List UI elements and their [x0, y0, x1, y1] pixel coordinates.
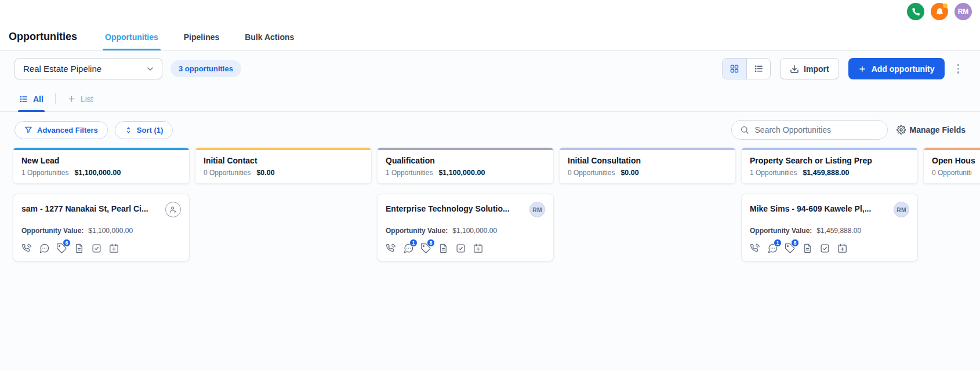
- user-avatar[interactable]: RM: [954, 3, 972, 20]
- sort-label: Sort (1): [137, 126, 164, 134]
- task-check-icon[interactable]: [819, 243, 830, 254]
- column-accent-bar: [924, 148, 980, 150]
- assignee-avatar[interactable]: RM: [529, 202, 545, 217]
- opportunity-value-label: Opportunity Value:: [386, 227, 448, 235]
- message-icon[interactable]: 1: [403, 243, 414, 254]
- grid-view-button[interactable]: [723, 59, 746, 79]
- search-opportunities-input[interactable]: [755, 125, 880, 134]
- column-header: Property Search or Listing Prep 1 Opport…: [741, 147, 918, 184]
- unassigned-user-icon[interactable]: [165, 202, 181, 217]
- column-initial-contact: Initial Contact 0 Opportunities $0.00: [195, 147, 372, 184]
- column-count: 1 Opportunities: [750, 169, 797, 177]
- column-amount: $1,459,888.00: [803, 169, 849, 177]
- plus-icon: [858, 65, 866, 73]
- column-header: Qualification 1 Opportunities $1,100,000…: [377, 147, 554, 184]
- column-open-house: Open Hous 0 Opportuniti: [923, 147, 980, 184]
- topbar: RM: [0, 0, 980, 23]
- document-icon[interactable]: [438, 243, 449, 254]
- calendar-add-icon[interactable]: [837, 243, 848, 254]
- page-title: Opportunities: [9, 31, 77, 43]
- document-icon[interactable]: [74, 243, 85, 254]
- opportunity-card[interactable]: Enterprise Technology Solutio... RM Oppo…: [377, 194, 554, 261]
- list-icon: [754, 64, 764, 74]
- more-options-button[interactable]: [954, 61, 963, 77]
- phone-icon: [912, 8, 920, 16]
- opportunity-card[interactable]: Mike Sims - 94-609 Kawele Pl,... RM Oppo…: [741, 194, 918, 261]
- search-icon: [740, 125, 749, 134]
- opportunity-value-amount: $1,459,888.00: [816, 227, 861, 235]
- add-list-label: List: [81, 94, 93, 104]
- assignee-avatar[interactable]: RM: [894, 202, 909, 217]
- main-tabs: Opportunities Pipelines Bulk Actions: [105, 23, 294, 50]
- column-title: Qualification: [386, 156, 545, 165]
- add-opportunity-button[interactable]: Add opportunity: [848, 58, 945, 79]
- opportunities-count-badge[interactable]: 3 opportunities: [170, 60, 241, 77]
- column-accent-bar: [560, 148, 735, 150]
- divider: [55, 93, 56, 104]
- column-header: Initial Contact 0 Opportunities $0.00: [195, 147, 372, 184]
- manage-fields-button[interactable]: Manage Fields: [896, 125, 966, 134]
- tag-icon[interactable]: 8: [420, 243, 431, 254]
- calendar-add-icon[interactable]: [473, 243, 484, 254]
- column-initial-consultation: Initial Consultation 0 Opportunities $0.…: [559, 147, 736, 184]
- column-new-lead: New Lead 1 Opportunities $1,100,000.00 s…: [13, 147, 190, 261]
- call-icon[interactable]: [21, 243, 32, 254]
- notifications-button[interactable]: [931, 3, 948, 20]
- message-count-badge: 1: [774, 239, 782, 247]
- column-title: New Lead: [21, 156, 181, 165]
- column-title: Initial Consultation: [568, 156, 727, 165]
- tag-icon[interactable]: 8: [785, 243, 796, 254]
- column-title: Property Search or Listing Prep: [750, 156, 909, 165]
- tab-pipelines[interactable]: Pipelines: [184, 23, 219, 50]
- document-icon[interactable]: [802, 243, 813, 254]
- view-toggle: [722, 58, 771, 79]
- pipeline-select[interactable]: Real Estate Pipeline: [14, 58, 162, 79]
- page-header: Opportunities Opportunities Pipelines Bu…: [0, 23, 980, 51]
- opportunity-value-label: Opportunity Value:: [21, 227, 84, 235]
- message-icon[interactable]: [39, 243, 50, 254]
- call-icon[interactable]: [750, 243, 761, 254]
- task-check-icon[interactable]: [455, 243, 466, 254]
- column-accent-bar: [742, 148, 917, 150]
- calendar-add-icon[interactable]: [108, 243, 119, 254]
- tag-icon[interactable]: 6: [56, 243, 67, 254]
- add-opportunity-label: Add opportunity: [872, 64, 935, 74]
- tab-bulk-actions[interactable]: Bulk Actions: [245, 23, 294, 50]
- chevron-down-icon: [146, 64, 155, 74]
- column-amount: $1,100,000.00: [74, 169, 121, 177]
- tab-opportunities[interactable]: Opportunities: [105, 23, 158, 50]
- list-view-button[interactable]: [746, 59, 770, 79]
- phone-dialer-button[interactable]: [907, 3, 924, 20]
- column-title: Open Hous: [932, 156, 980, 165]
- add-list-tab[interactable]: List: [67, 86, 93, 111]
- gear-icon: [896, 125, 906, 134]
- advanced-filters-button[interactable]: Advanced Filters: [14, 121, 108, 139]
- card-title: Mike Sims - 94-609 Kawele Pl,...: [750, 202, 871, 213]
- call-icon[interactable]: [386, 243, 397, 254]
- column-accent-bar: [195, 148, 371, 150]
- import-button[interactable]: Import: [780, 58, 839, 79]
- advanced-filters-label: Advanced Filters: [37, 126, 98, 134]
- bell-icon: [935, 8, 944, 16]
- notification-dot: [943, 3, 948, 8]
- pipeline-select-value: Real Estate Pipeline: [23, 64, 101, 74]
- view-tabs-bar: All List: [0, 86, 980, 112]
- tab-all-label: All: [33, 94, 43, 104]
- opportunity-value-amount: $1,100,000.00: [452, 227, 497, 235]
- manage-fields-label: Manage Fields: [910, 125, 966, 134]
- opportunity-card[interactable]: sam - 1277 Nanakai St, Pearl Ci... Oppor…: [13, 194, 190, 261]
- toolbar: Real Estate Pipeline 3 opportunities: [0, 51, 980, 86]
- avatar-initials: RM: [958, 8, 969, 16]
- card-title: Enterprise Technology Solutio...: [386, 202, 510, 213]
- column-qualification: Qualification 1 Opportunities $1,100,000…: [377, 147, 554, 261]
- column-header: New Lead 1 Opportunities $1,100,000.00: [13, 147, 190, 184]
- message-icon[interactable]: 1: [767, 243, 778, 254]
- column-header: Open Hous 0 Opportuniti: [923, 147, 980, 184]
- tag-count-badge: 8: [427, 239, 435, 247]
- column-title: Initial Contact: [204, 156, 363, 165]
- tab-all[interactable]: All: [19, 86, 43, 111]
- column-header: Initial Consultation 0 Opportunities $0.…: [559, 147, 736, 184]
- sort-button[interactable]: Sort (1): [115, 121, 173, 139]
- search-box: [731, 120, 888, 140]
- task-check-icon[interactable]: [91, 243, 102, 254]
